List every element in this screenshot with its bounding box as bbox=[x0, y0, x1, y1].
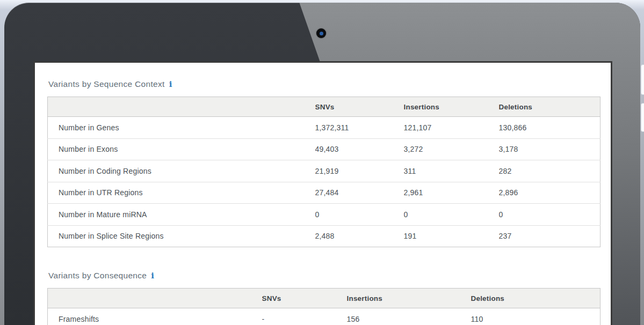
header-empty bbox=[48, 289, 262, 308]
table-row: Number in UTR Regions 27,484 2,961 2,896 bbox=[48, 182, 600, 204]
header-snvs: SNVs bbox=[262, 289, 347, 308]
table-header: SNVs Insertions Deletions bbox=[48, 289, 600, 308]
consequence-table: SNVs Insertions Deletions Frameshifts - … bbox=[47, 288, 600, 325]
table-header-row: SNVs Insertions Deletions bbox=[48, 97, 600, 117]
section-title-sequence-context: Variants by Sequence Contexti bbox=[48, 79, 598, 89]
sequence-context-table: SNVs Insertions Deletions Number in Gene… bbox=[47, 97, 600, 247]
cell-insertions: 3,272 bbox=[404, 138, 499, 160]
section-title-text: Variants by Sequence Context bbox=[48, 79, 165, 88]
cell-deletions: 130,866 bbox=[499, 117, 600, 139]
cell-insertions: 311 bbox=[404, 160, 499, 182]
table-header: SNVs Insertions Deletions bbox=[48, 97, 600, 117]
table-row: Number in Genes 1,372,311 121,107 130,86… bbox=[48, 117, 600, 139]
cell-deletions: 2,896 bbox=[499, 182, 600, 204]
cell-insertions: 121,107 bbox=[404, 117, 499, 139]
header-insertions: Insertions bbox=[347, 289, 471, 308]
cell-insertions: 156 bbox=[347, 308, 471, 325]
cell-snvs: 49,403 bbox=[315, 138, 404, 160]
row-label: Number in UTR Regions bbox=[48, 182, 315, 204]
cell-insertions: 0 bbox=[404, 204, 499, 226]
header-empty bbox=[48, 97, 315, 117]
table-header-row: SNVs Insertions Deletions bbox=[48, 289, 600, 308]
row-label: Number in Exons bbox=[48, 138, 315, 160]
cell-insertions: 191 bbox=[404, 225, 499, 247]
table-row: Number in Splice Site Regions 2,488 191 … bbox=[48, 225, 600, 247]
cell-snvs: - bbox=[262, 308, 347, 325]
background-card-sliver bbox=[641, 103, 644, 132]
row-label: Number in Genes bbox=[48, 117, 315, 139]
table-row: Number in Exons 49,403 3,272 3,178 bbox=[48, 138, 600, 160]
header-deletions: Deletions bbox=[471, 289, 600, 308]
header-insertions: Insertions bbox=[404, 97, 499, 117]
screenshot-stage: Variants by Sequence Contexti SNVs Inser… bbox=[0, 0, 644, 325]
cell-snvs: 2,488 bbox=[315, 225, 404, 247]
cell-deletions: 237 bbox=[499, 225, 600, 247]
cell-deletions: 110 bbox=[471, 308, 600, 325]
section-title-consequence: Variants by Consequencei bbox=[48, 271, 598, 280]
camera-lens bbox=[320, 32, 323, 35]
row-label: Number in Coding Regions bbox=[48, 160, 315, 182]
info-icon[interactable]: i bbox=[169, 79, 172, 89]
front-camera-icon bbox=[316, 28, 326, 38]
cell-snvs: 27,484 bbox=[315, 182, 404, 204]
row-label: Number in Splice Site Regions bbox=[48, 225, 315, 247]
cell-deletions: 0 bbox=[499, 204, 600, 226]
cell-insertions: 2,961 bbox=[404, 182, 499, 204]
info-icon[interactable]: i bbox=[151, 271, 154, 280]
table-row: Frameshifts - 156 110 bbox=[48, 308, 600, 325]
cell-deletions: 3,178 bbox=[499, 138, 600, 160]
report-page: Variants by Sequence Contexti SNVs Inser… bbox=[33, 61, 612, 325]
cell-snvs: 21,919 bbox=[315, 160, 404, 182]
cell-snvs: 0 bbox=[315, 204, 404, 226]
background-card-sliver bbox=[641, 64, 644, 95]
table-row: Number in Mature miRNA 0 0 0 bbox=[48, 204, 600, 226]
row-label: Number in Mature miRNA bbox=[48, 204, 315, 226]
cell-deletions: 282 bbox=[499, 160, 600, 182]
row-label: Frameshifts bbox=[48, 308, 262, 325]
table-row: Number in Coding Regions 21,919 311 282 bbox=[48, 160, 600, 182]
cell-snvs: 1,372,311 bbox=[315, 117, 404, 139]
header-deletions: Deletions bbox=[499, 97, 600, 117]
header-snvs: SNVs bbox=[315, 97, 404, 117]
section-title-text: Variants by Consequence bbox=[48, 271, 147, 280]
section-gap bbox=[47, 247, 598, 271]
